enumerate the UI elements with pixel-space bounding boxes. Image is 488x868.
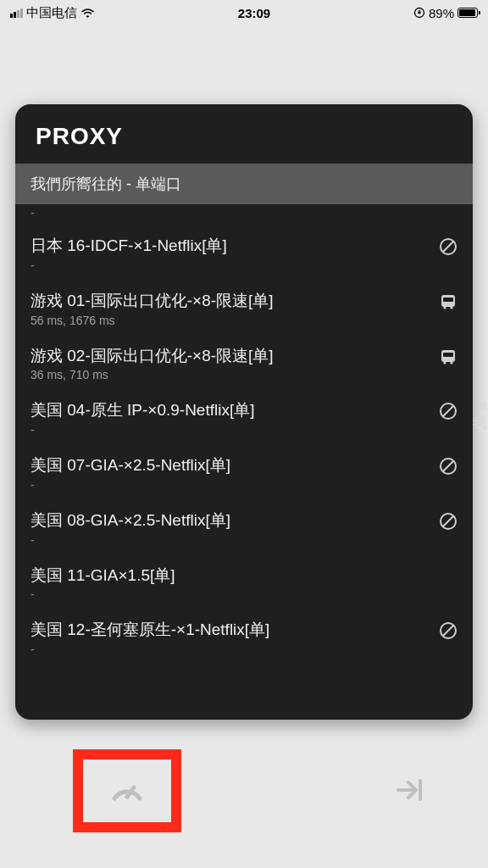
battery-icon (458, 8, 478, 18)
proxy-row[interactable]: 美国 11-GIA×1.5[单] - (15, 556, 473, 611)
proxy-row-subtitle: - (30, 533, 429, 547)
proxy-row[interactable]: 日本 16-IDCF-×1-Netflix[单] - (15, 226, 473, 281)
status-left: 中国电信 (10, 5, 95, 21)
svg-rect-9 (443, 353, 453, 357)
proxy-card: PROXY 我們所嚮往的 - 单端口 - 日本 16-IDCF-×1-Netfl… (15, 104, 473, 720)
signal-icon (10, 8, 23, 18)
proxy-row-subtitle: - (30, 478, 429, 492)
gauge-icon (108, 771, 147, 810)
status-right: 89% (413, 6, 478, 20)
svg-line-3 (443, 242, 453, 252)
bus-icon (439, 292, 458, 311)
proxy-row[interactable]: 游戏 01-国际出口优化-×8-限速[单] 56 ms, 1676 ms (15, 281, 473, 337)
proxy-group-header[interactable]: 我們所嚮往的 - 单端口 (15, 164, 473, 204)
clock-label: 23:09 (95, 6, 413, 20)
proxy-row-subtitle: - (30, 259, 429, 272)
proxy-row-title: 美国 08-GIA-×2.5-Netflix[单] (30, 510, 429, 531)
proxy-row-title: 日本 16-IDCF-×1-Netflix[单] (30, 236, 429, 256)
speed-test-button[interactable] (73, 749, 181, 832)
battery-label: 89% (429, 6, 454, 20)
svg-line-19 (443, 626, 453, 636)
svg-point-10 (443, 361, 446, 364)
proxy-row-subtitle: 56 ms, 1676 ms (30, 314, 429, 327)
arrow-right-to-line-icon (393, 773, 427, 807)
proxy-row[interactable]: 美国 07-GIA-×2.5-Netflix[单] - (15, 446, 473, 501)
carrier-label: 中国电信 (26, 5, 77, 21)
proxy-list: - 日本 16-IDCF-×1-Netflix[单] - 游戏 01-国际出口优… (15, 204, 473, 665)
index-bar[interactable]: # 我 (473, 398, 488, 431)
block-icon (439, 402, 458, 420)
collapse-button[interactable] (393, 773, 427, 810)
proxy-row-title: 美国 11-GIA×1.5[单] (30, 565, 458, 586)
proxy-row[interactable]: 美国 04-原生 IP-×0.9-Netflix[单] - (15, 391, 473, 446)
block-icon (439, 457, 458, 476)
proxy-row[interactable]: 美国 12-圣何塞原生-×1-Netflix[单] - (15, 610, 473, 665)
proxy-row-title: 游戏 01-国际出口优化-×8-限速[单] (30, 291, 429, 311)
card-title: PROXY (15, 104, 473, 164)
proxy-row-title: 美国 07-GIA-×2.5-Netflix[单] (30, 455, 429, 476)
svg-line-13 (443, 406, 453, 416)
wifi-icon (80, 8, 95, 19)
svg-rect-1 (418, 12, 420, 14)
proxy-row-subtitle: 36 ms, 710 ms (30, 368, 429, 381)
proxy-row-subtitle: - (30, 643, 429, 656)
index-char-hash[interactable]: # (473, 398, 486, 415)
proxy-row[interactable]: 游戏 02-国际出口优化-×8-限速[单] 36 ms, 710 ms (15, 337, 473, 392)
svg-line-15 (443, 461, 453, 471)
proxy-row-title: 游戏 02-国际出口优化-×8-限速[单] (30, 346, 429, 366)
proxy-row-title: 美国 12-圣何塞原生-×1-Netflix[单] (30, 620, 429, 640)
svg-rect-5 (443, 298, 453, 302)
bus-icon (439, 348, 458, 366)
svg-point-7 (450, 306, 452, 309)
orientation-lock-icon (413, 7, 425, 19)
proxy-row-subtitle: - (30, 587, 458, 601)
status-bar: 中国电信 23:09 89% (0, 0, 488, 25)
list-item-partial: - (15, 204, 473, 226)
svg-line-17 (443, 516, 453, 526)
proxy-row-title: 美国 04-原生 IP-×0.9-Netflix[单] (30, 400, 429, 420)
block-icon (439, 237, 458, 256)
block-icon (439, 621, 458, 640)
index-char[interactable]: 我 (473, 415, 486, 431)
svg-point-11 (450, 361, 452, 364)
proxy-row-subtitle: - (30, 423, 429, 437)
block-icon (439, 512, 458, 531)
proxy-row[interactable]: 美国 08-GIA-×2.5-Netflix[单] - (15, 501, 473, 556)
svg-point-6 (443, 306, 446, 309)
svg-line-20 (127, 787, 134, 797)
